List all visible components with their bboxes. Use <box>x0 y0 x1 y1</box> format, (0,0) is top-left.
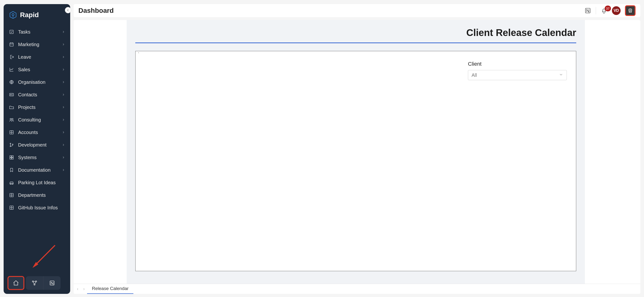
brand-logo[interactable]: Rapid <box>4 4 70 24</box>
chevron-right-icon <box>62 68 65 72</box>
sidebar-item-leave[interactable]: Leave <box>6 52 68 63</box>
sidebar-item-label: Accounts <box>18 130 62 135</box>
sidebar-item-development[interactable]: Development <box>6 139 68 150</box>
svg-point-42 <box>630 10 630 10</box>
sidebar-item-label: Parking Lot Ideas <box>18 180 65 185</box>
sidebar-item-organisation[interactable]: Organisation <box>6 77 68 88</box>
sidebar-nav: TasksMarketingLeaveSalesOrganisationCont… <box>4 24 70 272</box>
chevron-right-icon <box>62 118 65 122</box>
chevron-right-icon <box>62 143 65 147</box>
chevron-right-icon <box>62 155 65 159</box>
notification-count-badge: 37 <box>605 6 611 11</box>
sidebar-item-github-issue-infos[interactable]: GitHub Issue Infos <box>6 202 68 213</box>
bottom-tab-row: ‹ › Release Calendar <box>74 284 640 294</box>
sidebar-item-label: Tasks <box>18 29 62 35</box>
sidebar-item-departments[interactable]: Departments <box>6 190 68 201</box>
chevron-right-icon <box>62 93 65 97</box>
calendar-icon <box>8 41 15 48</box>
connections-button[interactable] <box>26 276 43 290</box>
sidebar-item-label: Consulting <box>18 117 62 123</box>
sidebar-item-label: Contacts <box>18 92 62 98</box>
grid-icon <box>8 129 15 135</box>
sidebar-item-consulting[interactable]: Consulting <box>6 114 68 125</box>
svg-point-38 <box>34 284 35 285</box>
assistant-chat-button[interactable] <box>625 5 636 16</box>
svg-point-19 <box>10 146 11 147</box>
svg-rect-22 <box>12 156 13 157</box>
canvas-mark: ` <box>138 52 139 57</box>
car-icon <box>8 179 15 186</box>
chevron-right-icon <box>62 30 65 34</box>
sidebar-item-contacts[interactable]: Contacts <box>6 89 68 100</box>
panel-title: Client Release Calendar <box>135 27 576 43</box>
calendar-canvas[interactable]: ` Client All <box>135 51 576 271</box>
chevron-right-icon <box>62 130 65 134</box>
sidebar-item-marketing[interactable]: Marketing <box>6 39 68 50</box>
sidebar-item-label: Systems <box>18 155 62 160</box>
home-button[interactable] <box>8 276 24 290</box>
logout-icon <box>8 54 15 60</box>
tab-release-calendar[interactable]: Release Calendar <box>87 284 134 294</box>
chevron-right-icon <box>62 43 65 46</box>
sidebar: Rapid TasksMarketingLeaveSalesOrganisati… <box>4 4 70 294</box>
sidebar-bottom-bar <box>4 272 70 294</box>
folder-icon <box>8 104 15 110</box>
sidebar-item-label: Sales <box>18 67 62 73</box>
brand-mark-icon <box>9 11 17 19</box>
sidebar-item-systems[interactable]: Systems <box>6 152 68 163</box>
svg-point-43 <box>630 10 631 10</box>
tab-prev-button[interactable]: ‹ <box>74 284 81 294</box>
notifications-button[interactable]: 37 <box>600 7 608 14</box>
grid-icon <box>8 204 15 211</box>
svg-point-18 <box>10 143 11 144</box>
check-square-icon <box>8 29 15 35</box>
client-select[interactable]: All <box>468 70 567 80</box>
svg-rect-24 <box>12 158 13 159</box>
sidebar-item-label: Documentation <box>18 167 62 173</box>
sidebar-item-parking-lot-ideas[interactable]: Parking Lot Ideas <box>6 177 68 188</box>
brand-name: Rapid <box>20 11 39 19</box>
sidebar-item-sales[interactable]: Sales <box>6 64 68 75</box>
bookmark-icon <box>8 167 15 173</box>
tab-next-button[interactable]: › <box>81 284 87 294</box>
svg-rect-23 <box>10 158 11 159</box>
notion-button[interactable] <box>43 276 60 290</box>
svg-point-20 <box>12 144 13 145</box>
dashboard-icon <box>8 154 15 161</box>
top-bar: Dashboard 37 VD <box>74 4 640 17</box>
svg-rect-41 <box>629 9 632 11</box>
grid-icon <box>8 192 15 198</box>
sidebar-item-label: Organisation <box>18 79 62 85</box>
branch-icon <box>8 142 15 148</box>
chevron-right-icon <box>62 168 65 172</box>
sidebar-item-label: Projects <box>18 105 62 110</box>
sidebar-item-tasks[interactable]: Tasks <box>6 26 68 38</box>
sidebar-collapse-button[interactable] <box>65 7 71 13</box>
chart-line-icon <box>8 66 15 73</box>
svg-point-37 <box>36 281 37 282</box>
sidebar-item-label: Leave <box>18 54 62 60</box>
sidebar-item-accounts[interactable]: Accounts <box>6 127 68 138</box>
svg-rect-4 <box>10 43 14 46</box>
svg-rect-3 <box>10 30 14 34</box>
svg-point-36 <box>32 281 34 282</box>
sidebar-item-projects[interactable]: Projects <box>6 102 68 113</box>
user-avatar[interactable]: VD <box>612 6 620 15</box>
client-filter: Client All <box>468 61 567 80</box>
svg-point-14 <box>12 119 13 120</box>
topbar-divider <box>596 7 596 14</box>
people-icon <box>8 117 15 123</box>
content-left-gutter <box>74 20 127 294</box>
notion-icon[interactable] <box>584 7 592 14</box>
sidebar-item-label: Development <box>18 142 62 148</box>
sidebar-item-documentation[interactable]: Documentation <box>6 164 68 176</box>
chevron-right-icon <box>62 80 65 84</box>
content-body: Client Release Calendar ` Client All <box>127 20 585 284</box>
svg-point-10 <box>10 94 11 95</box>
globe-icon <box>8 79 15 85</box>
sidebar-item-label: GitHub Issue Infos <box>18 205 65 211</box>
content-card: Client Release Calendar ` Client All ‹ ›… <box>74 20 640 294</box>
sidebar-item-label: Departments <box>18 192 65 198</box>
svg-point-1 <box>12 14 14 16</box>
client-select-value: All <box>472 73 477 78</box>
